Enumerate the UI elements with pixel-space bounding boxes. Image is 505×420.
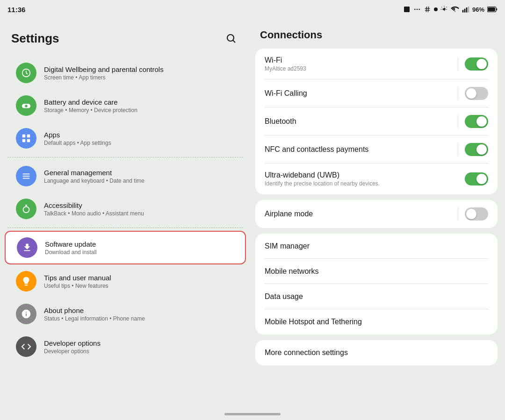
svg-point-25 bbox=[25, 205, 27, 206]
software-update-icon bbox=[17, 237, 37, 258]
bluetooth-divider bbox=[458, 115, 458, 128]
general-management-icon bbox=[16, 166, 36, 186]
svg-point-2 bbox=[418, 9, 420, 10]
search-icon bbox=[225, 33, 237, 44]
left-panel: Settings Digital Wellbeing and parental … bbox=[0, 19, 251, 420]
battery-icon bbox=[16, 95, 36, 116]
airplane-title: Airplane mode bbox=[265, 210, 458, 218]
conn-item-wifi-calling[interactable]: Wi-Fi Calling bbox=[255, 79, 498, 107]
battery-icon bbox=[487, 6, 498, 13]
settings-item-software-update[interactable]: Software updateDownload and install bbox=[5, 231, 246, 264]
settings-item-tips[interactable]: Tips and user manualUseful tips • New fe… bbox=[5, 265, 246, 297]
svg-point-0 bbox=[414, 9, 416, 10]
svg-point-1 bbox=[417, 9, 418, 10]
svg-rect-11 bbox=[468, 7, 469, 13]
bluetooth-title: Bluetooth bbox=[265, 117, 458, 126]
conn-item-uwb[interactable]: Ultra-wideband (UWB)Identify the precise… bbox=[255, 164, 498, 194]
simple-item-more-connection[interactable]: More connection settings bbox=[255, 340, 498, 365]
wifi-divider bbox=[458, 57, 458, 71]
wifi-calling-toggle[interactable] bbox=[465, 87, 488, 100]
digital-wellbeing-subtitle: Screen time • App timers bbox=[44, 74, 235, 81]
battery-subtitle: Storage • Memory • Device protection bbox=[44, 107, 235, 114]
conn-item-airplane[interactable]: Airplane mode bbox=[255, 200, 498, 228]
settings-item-apps[interactable]: AppsDefault apps • App settings bbox=[5, 122, 246, 154]
svg-rect-14 bbox=[488, 7, 495, 12]
battery-level: 96% bbox=[472, 6, 484, 13]
simple-item-hotspot[interactable]: Mobile Hotspot and Tethering bbox=[255, 309, 498, 335]
settings-item-accessibility[interactable]: AccessibilityTalkBack • Mono audio • Ass… bbox=[5, 193, 246, 225]
left-header: Settings bbox=[0, 26, 251, 56]
sim-card: SIM managerMobile networksData usageMobi… bbox=[255, 234, 498, 335]
airplane-divider bbox=[458, 207, 458, 221]
general-management-subtitle: Language and keyboard • Date and time bbox=[44, 178, 235, 184]
settings-item-digital-wellbeing[interactable]: Digital Wellbeing and parental controlsS… bbox=[5, 57, 246, 89]
svg-point-7 bbox=[434, 7, 438, 11]
wifi-title: Wi-Fi bbox=[265, 56, 458, 64]
tips-title: Tips and user manual bbox=[44, 274, 235, 282]
nfc-title: NFC and contactless payments bbox=[265, 145, 458, 154]
wifi-toggle[interactable] bbox=[465, 57, 488, 71]
settings-item-general-management[interactable]: General managementLanguage and keyboard … bbox=[5, 160, 246, 192]
hash-icon bbox=[424, 6, 431, 13]
settings-item-battery[interactable]: Battery and device careStorage • Memory … bbox=[5, 90, 246, 121]
data-usage-title: Data usage bbox=[265, 292, 303, 301]
main-layout: Settings Digital Wellbeing and parental … bbox=[0, 19, 505, 420]
status-icons: 96% bbox=[403, 6, 498, 13]
software-update-subtitle: Download and install bbox=[45, 249, 234, 256]
simple-item-sim-manager[interactable]: SIM manager bbox=[255, 234, 498, 259]
software-update-title: Software update bbox=[45, 240, 234, 248]
apps-icon bbox=[16, 128, 36, 149]
airplane-toggle[interactable] bbox=[465, 207, 488, 221]
conn-item-bluetooth[interactable]: Bluetooth bbox=[255, 107, 498, 135]
svg-rect-19 bbox=[27, 135, 30, 137]
conn-item-nfc[interactable]: NFC and contactless payments bbox=[255, 135, 498, 164]
svg-rect-10 bbox=[466, 7, 468, 13]
hotspot-title: Mobile Hotspot and Tethering bbox=[265, 318, 362, 326]
uwb-subtitle: Identify the precise location of nearby … bbox=[265, 180, 465, 187]
svg-line-5 bbox=[426, 7, 426, 12]
uwb-toggle[interactable] bbox=[465, 172, 488, 185]
settings-list: Digital Wellbeing and parental controlsS… bbox=[0, 57, 251, 363]
status-time: 11:36 bbox=[7, 6, 25, 14]
uwb-title: Ultra-wideband (UWB) bbox=[265, 171, 465, 179]
mobile-networks-title: Mobile networks bbox=[265, 267, 319, 276]
wifi-icon bbox=[451, 6, 459, 13]
signal-icon bbox=[462, 6, 469, 13]
svg-line-6 bbox=[428, 7, 428, 12]
search-button[interactable] bbox=[223, 30, 239, 47]
svg-point-15 bbox=[227, 35, 234, 41]
divider bbox=[7, 228, 243, 228]
conn-item-wifi[interactable]: Wi-FiMyAltice ad2593 bbox=[255, 49, 498, 79]
svg-rect-13 bbox=[496, 8, 497, 11]
sim-manager-title: SIM manager bbox=[265, 242, 310, 250]
tips-icon bbox=[16, 271, 36, 292]
settings-item-about-phone[interactable]: About phoneStatus • Legal information • … bbox=[5, 298, 246, 330]
right-panel: Connections Wi-FiMyAltice ad2593Wi-Fi Ca… bbox=[251, 19, 505, 420]
bluetooth-toggle[interactable] bbox=[465, 115, 488, 128]
settings-title: Settings bbox=[11, 31, 59, 46]
accessibility-icon bbox=[16, 199, 36, 219]
nfc-toggle[interactable] bbox=[465, 143, 488, 156]
accessibility-title: Accessibility bbox=[44, 201, 235, 209]
photo-icon bbox=[403, 6, 411, 13]
about-phone-icon bbox=[16, 304, 36, 324]
accessibility-subtitle: TalkBack • Mono audio • Assistant menu bbox=[44, 210, 235, 217]
divider bbox=[7, 157, 243, 157]
more-card: More connection settings bbox=[255, 340, 498, 365]
wifi-calling-divider bbox=[458, 87, 458, 100]
airplane-card: Airplane mode bbox=[255, 200, 498, 228]
wifi-subtitle: MyAltice ad2593 bbox=[265, 65, 458, 72]
svg-rect-9 bbox=[464, 9, 466, 13]
svg-line-16 bbox=[233, 41, 236, 43]
svg-rect-8 bbox=[462, 10, 464, 12]
simple-item-mobile-networks[interactable]: Mobile networks bbox=[255, 259, 498, 284]
tips-subtitle: Useful tips • New features bbox=[44, 283, 235, 289]
developer-subtitle: Developer options bbox=[44, 348, 235, 355]
apps-subtitle: Default apps • App settings bbox=[44, 140, 235, 146]
simple-item-data-usage[interactable]: Data usage bbox=[255, 284, 498, 309]
digital-wellbeing-title: Digital Wellbeing and parental controls bbox=[44, 65, 235, 73]
settings-item-developer[interactable]: Developer optionsDeveloper options bbox=[5, 331, 246, 363]
connections-title: Connections bbox=[255, 26, 498, 49]
status-bar: 11:36 96% bbox=[0, 0, 505, 19]
about-phone-subtitle: Status • Legal information • Phone name bbox=[44, 315, 235, 322]
